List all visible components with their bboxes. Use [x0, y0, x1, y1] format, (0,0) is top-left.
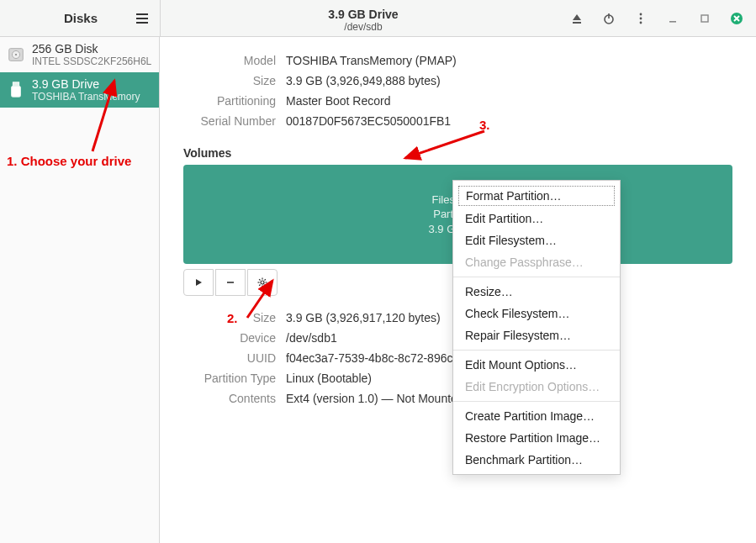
- eject-icon[interactable]: [566, 8, 588, 29]
- part-device-label: Device: [183, 331, 276, 345]
- serial-label: Serial Number: [183, 114, 276, 128]
- menu-repair-filesystem[interactable]: Repair Filesystem…: [453, 324, 620, 346]
- titlebar-drive-info: 3.9 GB Drive /dev/sdb: [161, 4, 566, 33]
- svg-line-21: [265, 279, 266, 280]
- svg-point-10: [15, 54, 17, 55]
- menu-benchmark-partition[interactable]: Benchmark Partition…: [453, 449, 620, 471]
- size-value: 3.9 GB (3,926,949,888 bytes): [286, 74, 732, 87]
- model-value: TOSHIBA TransMemory (PMAP): [286, 54, 732, 67]
- svg-point-4: [640, 21, 642, 24]
- menu-separator: [453, 277, 620, 277]
- svg-line-20: [265, 285, 266, 286]
- svg-line-19: [259, 279, 260, 280]
- svg-rect-6: [701, 15, 708, 22]
- svg-rect-5: [669, 21, 676, 23]
- menu-separator: [453, 350, 620, 351]
- svg-point-2: [640, 13, 642, 15]
- partitioning-label: Partitioning: [183, 94, 276, 108]
- model-label: Model: [183, 54, 276, 67]
- menu-check-filesystem[interactable]: Check Filesystem…: [453, 303, 620, 324]
- menu-edit-encryption-options: Edit Encryption Options…: [453, 376, 620, 398]
- power-icon[interactable]: [598, 8, 620, 29]
- part-type-label: Partition Type: [183, 372, 276, 385]
- part-contents-label: Contents: [183, 392, 276, 405]
- hamburger-menu-icon[interactable]: [131, 8, 153, 29]
- svg-rect-11: [13, 82, 19, 87]
- close-icon[interactable]: [726, 8, 748, 29]
- mount-button[interactable]: [183, 269, 214, 296]
- drive-subtitle: /dev/sdb: [161, 21, 566, 33]
- menu-edit-filesystem[interactable]: Edit Filesystem…: [453, 229, 620, 251]
- minimize-icon[interactable]: [662, 8, 684, 29]
- part-size-label: Size: [183, 311, 276, 324]
- drive-sub: INTEL SSDSC2KF256H6L: [32, 55, 151, 67]
- hdd-icon: [7, 44, 25, 66]
- svg-point-3: [640, 17, 642, 19]
- drive-name: 3.9 GB Drive: [32, 77, 140, 91]
- menu-restore-partition-image[interactable]: Restore Partition Image…: [453, 427, 620, 449]
- serial-value: 00187D0F5673EC5050001FB1: [286, 114, 732, 128]
- drive-sidebar: 256 GB Disk INTEL SSDSC2KF256H6L 3.9 GB …: [0, 37, 160, 543]
- drive-title: 3.9 GB Drive: [161, 8, 566, 21]
- app-title: Disks: [35, 11, 126, 25]
- part-uuid-label: UUID: [183, 351, 276, 365]
- maximize-icon[interactable]: [694, 8, 716, 29]
- gear-button[interactable]: [247, 269, 278, 296]
- size-label: Size: [183, 74, 276, 87]
- drive-sub: TOSHIBA TransMemory: [32, 91, 140, 103]
- titlebar: Disks 3.9 GB Drive /dev/sdb: [0, 0, 756, 37]
- svg-rect-13: [227, 282, 234, 283]
- menu-format-partition[interactable]: Format Partition…: [458, 186, 615, 206]
- menu-separator: [453, 401, 620, 402]
- sidebar-drive-256gb[interactable]: 256 GB Disk INTEL SSDSC2KF256H6L: [0, 37, 159, 72]
- drive-name: 256 GB Disk: [32, 42, 151, 55]
- menu-edit-mount-options[interactable]: Edit Mount Options…: [453, 354, 620, 376]
- menu-change-passphrase: Change Passphrase…: [453, 251, 620, 273]
- menu-edit-partition[interactable]: Edit Partition…: [453, 208, 620, 229]
- sidebar-drive-usb[interactable]: 3.9 GB Drive TOSHIBA TransMemory: [0, 72, 159, 108]
- kebab-menu-icon[interactable]: [630, 8, 652, 29]
- svg-rect-12: [12, 86, 21, 97]
- main-panel: Model TOSHIBA TransMemory (PMAP) Size 3.…: [160, 37, 756, 543]
- volumes-heading: Volumes: [183, 146, 732, 160]
- menu-resize[interactable]: Resize…: [453, 281, 620, 303]
- gear-context-menu: Format Partition… Edit Partition… Edit F…: [452, 180, 621, 475]
- partitioning-value: Master Boot Record: [286, 94, 732, 108]
- svg-point-14: [261, 281, 264, 284]
- usb-icon: [7, 79, 25, 101]
- delete-partition-button[interactable]: [215, 269, 246, 296]
- menu-create-partition-image[interactable]: Create Partition Image…: [453, 405, 620, 427]
- drive-info-grid: Model TOSHIBA TransMemory (PMAP) Size 3.…: [183, 54, 732, 128]
- svg-line-22: [259, 285, 260, 286]
